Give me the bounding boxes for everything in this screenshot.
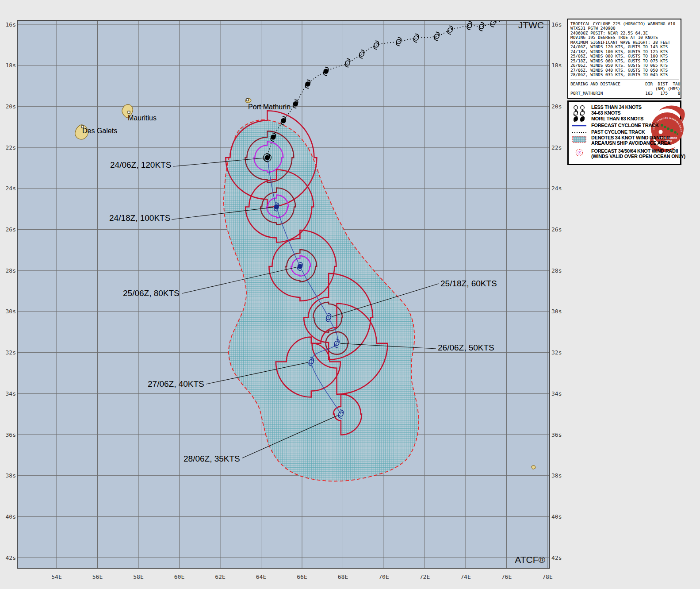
lon-tick-label: 78E (542, 574, 552, 580)
legend-row: FORECAST 34/50/64 KNOT WIND RADII(WINDS … (570, 148, 589, 157)
atcf-watermark: ATCF® (515, 554, 545, 565)
legend-row: DENOTES 34 KNOT WIND DANGERAREA/USN SHIP… (570, 135, 589, 143)
jtwc-watermark: JTWC (518, 20, 544, 30)
cyclone-warning-graphic: Port MathurinMauritiusDes Galets 24/06Z,… (0, 0, 700, 589)
lat-tick-label-right: 26s (551, 226, 562, 233)
lat-tick-label-right: 34s (551, 390, 562, 397)
lat-tick-label-left: 16s (6, 21, 16, 28)
lat-tick-label-left: 32s (6, 349, 16, 356)
lon-tick-label: 58E (133, 574, 143, 580)
city-marker (246, 99, 249, 101)
lon-tick-label: 60E (174, 574, 184, 580)
lat-tick-label-left: 24s (6, 185, 16, 192)
info-line: 28/06Z, WINDS 035 KTS, GUSTS TO 045 KTS (570, 73, 679, 77)
lat-tick-label-right: 20s (551, 103, 562, 110)
forecast-point-label: 26/06Z, 50KTS (438, 343, 494, 352)
legend-label: PAST CYCLONE TRACK (591, 129, 645, 135)
lon-tick-label: 56E (92, 574, 103, 580)
legend-label: FORECAST 34/50/64 KNOT WIND RADII(WINDS … (591, 148, 685, 159)
lat-tick-label-left: 36s (6, 431, 16, 438)
lon-tick-label: 72E (420, 574, 430, 580)
lat-tick-label-right: 22s (551, 144, 562, 151)
lon-tick-label: 62E (215, 574, 225, 580)
lat-tick-label-left: 40s (6, 513, 16, 520)
radii-icon-icon (570, 149, 589, 157)
lat-tick-label-right: 18s (551, 62, 562, 69)
lat-tick-label-right: 32s (551, 349, 562, 356)
forecast-point-label: 28/06Z, 35KTS (184, 454, 240, 463)
legend-label: FORECAST CYCLONE TRACK (591, 123, 658, 128)
legend-label: MORE THAN 63 KNOTS (591, 116, 643, 121)
place-label: Mauritius (128, 114, 157, 122)
forecast-point-label: 24/06Z, 120KTS (110, 160, 171, 169)
lon-tick-label: 76E (501, 574, 512, 580)
lat-tick-label-left: 30s (6, 308, 16, 315)
lat-tick-label-right: 16s (551, 21, 562, 28)
lat-tick-label-right: 24s (551, 185, 562, 192)
forecast-point-label: 27/06Z, 40KTS (148, 379, 204, 389)
lat-tick-label-right: 38s (551, 472, 562, 479)
island (532, 466, 536, 469)
lat-tick-label-right: 28s (551, 267, 562, 274)
warning-info-box: TROPICAL CYCLONE 22S (HORACIO) WARNING #… (567, 19, 681, 99)
lon-tick-label: 70E (379, 574, 389, 580)
lat-tick-label-right: 42s (551, 554, 562, 561)
lat-tick-label-left: 20s (6, 103, 16, 110)
forecast-point-label: 24/18Z, 100KTS (109, 213, 170, 223)
lat-tick-label-left: 22s (6, 144, 16, 151)
lat-tick-label-left: 34s (6, 390, 16, 397)
lat-tick-label-left: 42s (6, 554, 16, 561)
info-divider (570, 80, 679, 80)
legend-label: DENOTES 34 KNOT WIND DANGERAREA/USN SHIP… (591, 135, 670, 146)
lon-tick-label: 54E (51, 574, 61, 580)
city-marker (128, 111, 130, 113)
lat-tick-label-left: 38s (6, 472, 16, 479)
place-label: Des Galets (82, 127, 117, 135)
forecast-point-label: 25/18Z, 60KTS (440, 279, 497, 288)
lon-tick-label: 74E (460, 574, 470, 580)
legend-label: LESS THAN 34 KNOTS (591, 104, 642, 110)
info-line: 26/06Z, WINDS 050 KTS, GUSTS TO 065 KTS (570, 63, 679, 68)
lon-tick-label: 66E (297, 574, 307, 580)
lat-tick-label-left: 28s (6, 267, 16, 274)
legend: JOINT TYPHOON WARNING CENTERPEARL HARBOR… (567, 100, 681, 165)
lat-tick-label-right: 40s (551, 513, 562, 520)
legend-label: 34-63 KNOTS (591, 110, 620, 115)
lat-tick-label-right: 30s (551, 308, 562, 315)
danger-swatch-icon (570, 135, 589, 143)
place-label: Port Mathurin (248, 103, 291, 111)
lat-tick-label-right: 36s (551, 431, 562, 438)
jtwc-seal-icon: JOINT TYPHOON WARNING CENTERPEARL HARBOR… (645, 103, 691, 156)
lat-tick-label-left: 26s (6, 226, 16, 233)
lat-tick-label-left: 18s (6, 62, 16, 69)
lon-tick-label: 68E (338, 574, 348, 580)
lon-tick-label: 64E (256, 574, 266, 580)
forecast-point-label: 25/06Z, 80KTS (123, 289, 180, 298)
bearing-table-line: PORT_MATHURIN 163 175 0 (570, 91, 679, 96)
